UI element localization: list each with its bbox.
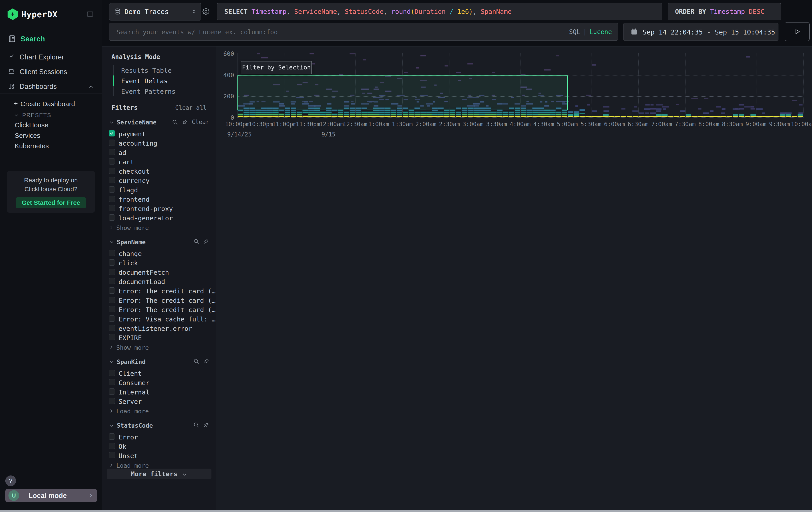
filter-checkbox-error-the-credit-card-[interactable]: Error: The credit card (… [109, 287, 216, 296]
checkbox[interactable] [109, 177, 115, 183]
filter-checkbox-documentfetch[interactable]: documentFetch [109, 268, 216, 277]
filter-checkbox-error[interactable]: Error [109, 433, 216, 442]
search-mode-sql[interactable]: SQL [569, 28, 580, 36]
filter-group-load-more-button[interactable]: Load more [109, 461, 216, 469]
filter-checkbox-load-generator[interactable]: load-generator [109, 214, 216, 223]
analysis-mode-option-event-patterns[interactable]: Event Patterns [113, 86, 216, 97]
filter-checkbox-client[interactable]: Client [109, 369, 216, 378]
checkbox[interactable] [109, 325, 115, 331]
filter-checkbox-error-the-credit-card-[interactable]: Error: The credit card (… [109, 296, 216, 305]
checkbox[interactable] [109, 250, 115, 256]
help-button[interactable]: ? [5, 476, 16, 486]
checkbox[interactable] [109, 306, 115, 312]
sidebar-preset-services[interactable]: Services [15, 132, 92, 142]
more-filters-button[interactable]: More filters [107, 468, 211, 479]
checkbox[interactable] [109, 379, 115, 385]
filter-by-selection-button[interactable]: Filter by Selection [241, 61, 312, 74]
search-icon[interactable] [193, 358, 199, 364]
checkbox[interactable] [109, 287, 115, 294]
filter-group-header[interactable]: SpanKind [109, 357, 209, 366]
filter-checkbox-error-visa-cache-full-[interactable]: Error: Visa cache full: … [109, 315, 216, 324]
checkbox[interactable] [109, 214, 115, 221]
filter-checkbox-frontend[interactable]: frontend [109, 195, 216, 204]
checkbox[interactable] [109, 452, 115, 458]
filter-checkbox-server[interactable]: Server [109, 397, 216, 406]
search-icon[interactable] [172, 119, 178, 125]
checkbox[interactable] [109, 278, 115, 284]
search-icon[interactable] [193, 422, 199, 428]
filter-group-header[interactable]: ServiceNameClear [109, 118, 209, 127]
pin-icon[interactable] [203, 422, 209, 428]
filter-checkbox-error-the-credit-card-[interactable]: Error: The credit card (… [109, 305, 216, 315]
source-select[interactable]: Demo Traces [109, 3, 201, 21]
sidebar-preset-kubernetes[interactable]: Kubernetes [15, 142, 92, 153]
checkbox[interactable] [109, 149, 115, 155]
search-icon[interactable] [193, 238, 199, 244]
sidebar-item-chart-explorer[interactable]: Chart Explorer [0, 50, 102, 64]
sidebar-item-dashboards[interactable]: Dashboards [0, 79, 102, 93]
horizontal-scrollbar[interactable] [0, 510, 812, 512]
sidebar-preset-clickhouse[interactable]: ClickHouse [15, 121, 92, 132]
order-by-input[interactable]: ORDER BY Timestamp DESC [668, 3, 781, 20]
run-query-button[interactable] [785, 22, 810, 41]
sidebar-collapse-icon[interactable] [86, 10, 94, 18]
checkbox[interactable] [109, 398, 115, 404]
checkbox[interactable] [109, 130, 115, 136]
checkbox[interactable] [109, 168, 115, 174]
sidebar-item-search[interactable]: Search [0, 33, 102, 46]
search-mode-lucene[interactable]: Lucene [589, 28, 612, 36]
filter-checkbox-consumer[interactable]: Consumer [109, 378, 216, 387]
checkbox[interactable] [109, 140, 115, 146]
filter-checkbox-cart[interactable]: cart [109, 157, 216, 167]
checkbox[interactable] [109, 196, 115, 202]
filter-checkbox-click[interactable]: click [109, 259, 216, 268]
pin-icon[interactable] [203, 358, 209, 364]
checkbox[interactable] [109, 388, 115, 395]
filter-group-show-more-button[interactable]: Show more [109, 343, 216, 351]
date-range-picker[interactable]: Sep 14 22:04:35 - Sep 15 10:04:35 [623, 23, 778, 41]
filter-checkbox-documentload[interactable]: documentLoad [109, 277, 216, 287]
checkbox[interactable] [109, 316, 115, 322]
filter-checkbox-change[interactable]: change [109, 249, 216, 259]
filter-group-header[interactable]: SpanName [109, 238, 209, 246]
filter-checkbox-eventlistener-error[interactable]: eventListener.error [109, 324, 216, 333]
checkbox[interactable] [109, 269, 115, 275]
create-dashboard-button[interactable]: Create Dashboard [0, 99, 102, 110]
filter-checkbox-accounting[interactable]: accounting [109, 139, 216, 148]
presets-toggle[interactable]: PRESETS [0, 111, 102, 120]
filter-checkbox-flagd[interactable]: flagd [109, 185, 216, 195]
sidebar-item-client-sessions[interactable]: Client Sessions [0, 65, 102, 79]
analysis-mode-option-event-deltas[interactable]: Event Deltas [113, 76, 216, 86]
checkbox[interactable] [109, 433, 115, 440]
checkbox[interactable] [109, 259, 115, 266]
analysis-mode-option-results-table[interactable]: Results Table [113, 65, 216, 76]
filter-checkbox-unset[interactable]: Unset [109, 451, 216, 461]
pin-icon[interactable] [203, 238, 209, 244]
filter-checkbox-payment[interactable]: payment [109, 129, 216, 139]
checkbox[interactable] [109, 186, 115, 193]
clear-all-button[interactable]: Clear all [175, 104, 207, 111]
checkbox[interactable] [109, 297, 115, 303]
filter-checkbox-ok[interactable]: Ok [109, 442, 216, 451]
checkbox[interactable] [109, 205, 115, 211]
chart-selection[interactable] [237, 76, 568, 110]
sql-select-input[interactable]: SELECT Timestamp, ServiceName, StatusCod… [217, 3, 662, 20]
filter-group-load-more-button[interactable]: Load more [109, 407, 216, 415]
search-input[interactable] [116, 23, 562, 41]
filter-checkbox-checkout[interactable]: checkout [109, 167, 216, 176]
gear-icon[interactable] [202, 7, 210, 16]
heatmap-plot[interactable]: Filter by Selection [237, 53, 803, 118]
get-started-button[interactable]: Get Started for Free [16, 197, 86, 208]
filter-checkbox-internal[interactable]: Internal [109, 387, 216, 397]
filter-checkbox-ad[interactable]: ad [109, 148, 216, 157]
checkbox[interactable] [109, 158, 115, 164]
filter-checkbox-frontend-proxy[interactable]: frontend-proxy [109, 204, 216, 214]
filter-checkbox-currency[interactable]: currency [109, 176, 216, 185]
checkbox[interactable] [109, 334, 115, 340]
filter-group-show-more-button[interactable]: Show more [109, 223, 216, 232]
filter-checkbox-expire[interactable]: EXPIRE [109, 333, 216, 343]
filter-group-clear-button[interactable]: Clear [192, 119, 209, 125]
filter-group-header[interactable]: StatusCode [109, 421, 209, 430]
pin-icon[interactable] [182, 119, 188, 125]
user-menu[interactable]: U Local mode [5, 489, 97, 502]
